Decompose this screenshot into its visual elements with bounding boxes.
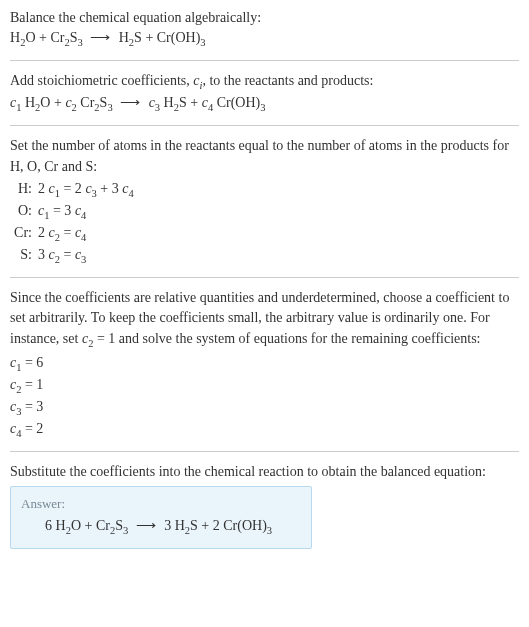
equation-cell: 3 c2 = c3 — [38, 245, 138, 267]
section-add-coefficients: Add stoichiometric coefficients, ci, to … — [10, 71, 519, 115]
answer-box: Answer: 6 H2O + Cr2S3 ⟶ 3 H2S + 2 Cr(OH)… — [10, 486, 312, 549]
coefficient-equation: c1 H2O + c2 Cr2S3 ⟶ c3 H2S + c4 Cr(OH)3 — [10, 93, 519, 115]
table-row: H: 2 c1 = 2 c3 + 3 c4 — [10, 179, 138, 201]
instruction-text: Add stoichiometric coefficients, ci, to … — [10, 71, 519, 93]
equation-cell: 2 c1 = 2 c3 + 3 c4 — [38, 179, 138, 201]
product-h2s: H2S — [119, 30, 142, 45]
atom-equation-table: H: 2 c1 = 2 c3 + 3 c4 O: c1 = 3 c4 Cr: 2… — [10, 179, 138, 267]
element-label: O: — [10, 201, 38, 223]
instruction-text: Since the coefficients are relative quan… — [10, 288, 519, 351]
element-label: S: — [10, 245, 38, 267]
instruction-text: Substitute the coefficients into the che… — [10, 462, 519, 482]
divider — [10, 277, 519, 278]
list-item: c3 = 3 — [10, 397, 519, 419]
product-croh3: Cr(OH)3 — [157, 30, 206, 45]
reaction-arrow-icon: ⟶ — [86, 30, 115, 45]
list-item: c2 = 1 — [10, 375, 519, 397]
divider — [10, 60, 519, 61]
coefficient-solution-list: c1 = 6 c2 = 1 c3 = 3 c4 = 2 — [10, 353, 519, 441]
section-solve-coefficients: Since the coefficients are relative quan… — [10, 288, 519, 441]
divider — [10, 125, 519, 126]
section-balance-instruction: Balance the chemical equation algebraica… — [10, 8, 519, 50]
section-final-answer: Substitute the coefficients into the che… — [10, 462, 519, 549]
balanced-equation: 6 H2O + Cr2S3 ⟶ 3 H2S + 2 Cr(OH)3 — [21, 516, 301, 538]
element-label: H: — [10, 179, 38, 201]
list-item: c1 = 6 — [10, 353, 519, 375]
instruction-text: Set the number of atoms in the reactants… — [10, 136, 519, 177]
reaction-arrow-icon: ⟶ — [132, 518, 161, 533]
divider — [10, 451, 519, 452]
instruction-text: Balance the chemical equation algebraica… — [10, 8, 519, 28]
reaction-arrow-icon: ⟶ — [116, 95, 145, 110]
equation-cell: c1 = 3 c4 — [38, 201, 138, 223]
unbalanced-equation: H2O + Cr2S3 ⟶ H2S + Cr(OH)3 — [10, 28, 519, 50]
section-atom-equations: Set the number of atoms in the reactants… — [10, 136, 519, 267]
list-item: c4 = 2 — [10, 419, 519, 441]
table-row: S: 3 c2 = c3 — [10, 245, 138, 267]
reactant-h2o: H2O — [10, 30, 36, 45]
equation-cell: 2 c2 = c4 — [38, 223, 138, 245]
table-row: O: c1 = 3 c4 — [10, 201, 138, 223]
element-label: Cr: — [10, 223, 38, 245]
reactant-cr2s3: Cr2S3 — [50, 30, 82, 45]
table-row: Cr: 2 c2 = c4 — [10, 223, 138, 245]
answer-label: Answer: — [21, 495, 301, 514]
